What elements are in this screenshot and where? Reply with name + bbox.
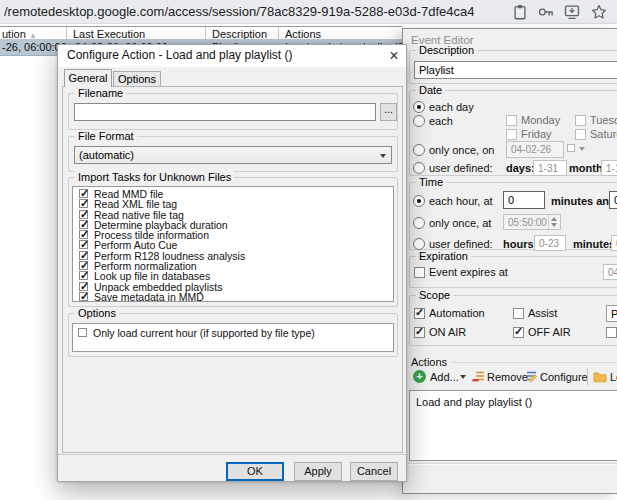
actions-label: Actions: [411, 356, 447, 369]
url-bar[interactable]: /remotedesktop.google.com/access/session…: [4, 4, 474, 20]
off-air-checkbox[interactable]: [513, 327, 524, 338]
load-button[interactable]: Lo: [610, 371, 617, 384]
date-label: Date: [416, 84, 445, 97]
expiration-label: Expiration: [416, 250, 471, 263]
assist-label: Assist: [528, 307, 557, 320]
time-label: Time: [416, 176, 446, 189]
event-editor-window: Event Editor Description Playlist Date e…: [402, 28, 617, 494]
screen: /remotedesktop.google.com/access/session…: [0, 0, 617, 500]
actions-separator: [451, 362, 617, 363]
only-once-at-label: only once, at: [429, 217, 491, 230]
add-button[interactable]: Add...: [430, 371, 459, 384]
each-day-radio[interactable]: [413, 101, 425, 113]
file-format-label: File Format: [75, 130, 137, 143]
actions-list: Load and play playlist (): [409, 390, 617, 461]
star-icon[interactable]: [590, 3, 608, 21]
configure-action-dialog: Configure Action - Load and play playlis…: [57, 44, 407, 482]
date-dropdown-icon[interactable]: [579, 147, 585, 151]
tab-general[interactable]: General: [64, 69, 112, 87]
apply-button[interactable]: Apply: [294, 462, 342, 481]
automation-label: Automation: [429, 307, 485, 320]
date-user-defined-radio[interactable]: [413, 162, 425, 174]
only-once-on-date-picker[interactable]: 04-02-26: [506, 141, 564, 158]
tab-options[interactable]: Options: [113, 71, 161, 87]
minutes-input[interactable]: 0: [611, 235, 617, 251]
scope-cutoff-checkbox[interactable]: [606, 327, 617, 338]
each-hour-minutes-input[interactable]: 0: [503, 191, 545, 209]
tuesday-checkbox[interactable]: [575, 115, 586, 126]
options-label: Options: [75, 307, 119, 320]
dropdown-chevron-icon: [380, 154, 386, 158]
each-radio[interactable]: [413, 115, 425, 127]
folder-icon[interactable]: [593, 370, 607, 383]
tuesday-label: Tuesday: [590, 114, 617, 127]
import-tasks-list: Read MMD file Read XML file tag Read nat…: [72, 186, 394, 302]
event-editor-footer: [403, 463, 617, 493]
spinner-buttons[interactable]: [548, 215, 560, 229]
add-dropdown-icon[interactable]: [460, 375, 466, 379]
only-load-current-hour-label: Only load current hour (if supported by …: [93, 327, 315, 340]
install-icon[interactable]: [563, 3, 581, 21]
minutes-and-label: minutes and: [551, 195, 616, 208]
dialog-title: Configure Action - Load and play playlis…: [67, 49, 292, 62]
browser-bar: /remotedesktop.google.com/access/session…: [0, 0, 617, 24]
dialog-title-bar[interactable]: Configure Action - Load and play playlis…: [58, 45, 406, 67]
calendar-icon: [567, 144, 575, 152]
key-icon[interactable]: [537, 3, 555, 21]
hours-label: hours:: [503, 238, 537, 251]
dialog-footer-separator: [58, 454, 406, 455]
off-air-label: OFF AIR: [528, 326, 571, 339]
event-expires-checkbox[interactable]: [414, 267, 425, 278]
remove-icon[interactable]: [472, 370, 485, 383]
toolbar-separator: [587, 368, 588, 385]
each-hour-label: each hour, at: [429, 195, 493, 208]
cancel-button[interactable]: Cancel: [350, 462, 398, 481]
description-input[interactable]: Playlist: [414, 61, 617, 79]
hours-input[interactable]: 0-23: [534, 235, 566, 251]
saturday-label: Saturday: [590, 128, 617, 141]
monday-label: Monday: [521, 114, 560, 127]
months-input[interactable]: 1-12: [601, 160, 617, 176]
configure-button[interactable]: Configure: [540, 371, 588, 384]
clipboard-icon[interactable]: [511, 3, 529, 21]
action-list-item[interactable]: Load and play playlist (): [416, 396, 532, 409]
each-hour-seconds-input[interactable]: 0: [609, 191, 617, 209]
ok-button[interactable]: OK: [226, 462, 284, 481]
task-item[interactable]: Save metadata in MMD: [77, 292, 393, 302]
each-hour-radio[interactable]: [413, 195, 425, 207]
date-user-defined-label: user defined:: [429, 162, 493, 175]
scope-label: Scope: [416, 289, 453, 302]
only-once-on-radio[interactable]: [413, 144, 425, 156]
description-label: Description: [416, 44, 477, 57]
event-expires-label: Event expires at: [429, 266, 508, 279]
options-list: Only load current hour (if supported by …: [72, 323, 394, 352]
automation-checkbox[interactable]: [414, 308, 425, 319]
expiration-date-input[interactable]: 04-02-26: [603, 264, 617, 280]
filename-input[interactable]: [74, 103, 376, 121]
file-format-dropdown[interactable]: (automatic): [74, 146, 392, 164]
each-label: each: [429, 115, 453, 128]
each-day-label: each day: [429, 101, 474, 114]
configure-icon[interactable]: [525, 370, 538, 383]
on-air-label: ON AIR: [429, 326, 466, 339]
friday-label: Friday: [521, 128, 552, 141]
friday-checkbox[interactable]: [506, 129, 517, 140]
days-input[interactable]: 1-31: [533, 160, 567, 176]
only-load-current-hour-checkbox[interactable]: [78, 328, 87, 337]
saturday-checkbox[interactable]: [575, 129, 586, 140]
close-icon[interactable]: ×: [384, 46, 404, 66]
days-label: days:: [506, 162, 535, 175]
import-tasks-label: Import Tasks for Unknown Files: [75, 171, 234, 184]
browse-button[interactable]: ...: [380, 103, 397, 121]
remove-button[interactable]: Remove: [487, 371, 528, 384]
add-icon[interactable]: +: [413, 370, 426, 383]
filename-label: Filename: [75, 87, 126, 100]
only-once-on-label: only once, on: [429, 144, 494, 157]
scope-cutoff-element[interactable]: P: [606, 305, 617, 322]
assist-checkbox[interactable]: [513, 308, 524, 319]
only-once-at-radio[interactable]: [413, 217, 425, 229]
time-user-defined-radio[interactable]: [413, 238, 425, 250]
monday-checkbox[interactable]: [506, 115, 517, 126]
on-air-checkbox[interactable]: [414, 327, 425, 338]
